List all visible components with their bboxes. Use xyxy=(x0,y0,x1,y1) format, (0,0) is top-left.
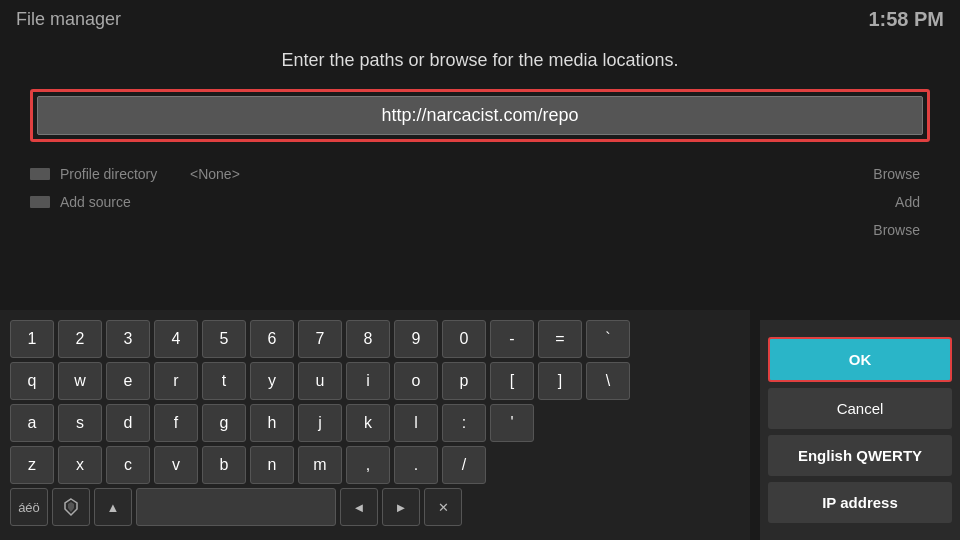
key-o[interactable]: o xyxy=(394,362,438,400)
key-colon[interactable]: : xyxy=(442,404,486,442)
key-period[interactable]: . xyxy=(394,446,438,484)
key-shift-icon[interactable] xyxy=(52,488,90,526)
key-backtick[interactable]: ` xyxy=(586,320,630,358)
key-a[interactable]: a xyxy=(10,404,54,442)
add-source-row: Add source Add xyxy=(30,188,930,216)
ok-button[interactable]: OK xyxy=(768,337,952,382)
keyboard-row-zxcv: z x c v b n m , . / xyxy=(10,446,740,484)
key-n[interactable]: n xyxy=(250,446,294,484)
right-panel: OK Cancel English QWERTY IP address xyxy=(760,320,960,540)
key-y[interactable]: y xyxy=(250,362,294,400)
key-up-arrow[interactable]: ▲ xyxy=(94,488,132,526)
dialog-instruction: Enter the paths or browse for the media … xyxy=(30,50,930,71)
key-t[interactable]: t xyxy=(202,362,246,400)
profile-dir-label: Profile directory xyxy=(60,166,190,182)
profile-dir-icon xyxy=(30,168,50,180)
ip-address-button[interactable]: IP address xyxy=(768,482,952,523)
key-b[interactable]: b xyxy=(202,446,246,484)
key-4[interactable]: 4 xyxy=(154,320,198,358)
key-g[interactable]: g xyxy=(202,404,246,442)
key-slash[interactable]: / xyxy=(442,446,486,484)
key-backslash[interactable]: \ xyxy=(586,362,630,400)
key-f[interactable]: f xyxy=(154,404,198,442)
key-q[interactable]: q xyxy=(10,362,54,400)
add-source-action[interactable]: Add xyxy=(895,194,930,210)
keyboard: 1 2 3 4 5 6 7 8 9 0 - = ` q w e r t y u … xyxy=(0,310,750,540)
clock: 1:58 PM xyxy=(868,8,944,31)
key-v[interactable]: v xyxy=(154,446,198,484)
keyboard-row-qwerty: q w e r t y u i o p [ ] \ xyxy=(10,362,740,400)
dialog-area: Enter the paths or browse for the media … xyxy=(0,30,960,264)
add-source-label: Add source xyxy=(60,194,190,210)
add-source-icon xyxy=(30,196,50,208)
url-input-wrapper xyxy=(30,89,930,142)
profile-dir-value: <None> xyxy=(190,166,873,182)
key-s[interactable]: s xyxy=(58,404,102,442)
layout-button[interactable]: English QWERTY xyxy=(768,435,952,476)
key-h[interactable]: h xyxy=(250,404,294,442)
profile-dir-browse[interactable]: Browse xyxy=(873,166,930,182)
svg-marker-1 xyxy=(68,502,74,512)
key-z[interactable]: z xyxy=(10,446,54,484)
key-1[interactable]: 1 xyxy=(10,320,54,358)
key-backspace[interactable]: ✕ xyxy=(424,488,462,526)
key-minus[interactable]: - xyxy=(490,320,534,358)
url-input[interactable] xyxy=(37,96,923,135)
key-7[interactable]: 7 xyxy=(298,320,342,358)
browse-row: Browse xyxy=(30,216,930,244)
key-x[interactable]: x xyxy=(58,446,102,484)
key-right-arrow[interactable]: ► xyxy=(382,488,420,526)
browse-action[interactable]: Browse xyxy=(873,222,930,238)
key-lbracket[interactable]: [ xyxy=(490,362,534,400)
key-6[interactable]: 6 xyxy=(250,320,294,358)
key-j[interactable]: j xyxy=(298,404,342,442)
key-l[interactable]: l xyxy=(394,404,438,442)
app-title: File manager xyxy=(16,9,121,30)
key-e[interactable]: e xyxy=(106,362,150,400)
lock-icon xyxy=(61,497,81,517)
key-3[interactable]: 3 xyxy=(106,320,150,358)
key-9[interactable]: 9 xyxy=(394,320,438,358)
key-w[interactable]: w xyxy=(58,362,102,400)
key-8[interactable]: 8 xyxy=(346,320,390,358)
keyboard-row-asdf: a s d f g h j k l : ' xyxy=(10,404,740,442)
key-p[interactable]: p xyxy=(442,362,486,400)
key-0[interactable]: 0 xyxy=(442,320,486,358)
key-rbracket[interactable]: ] xyxy=(538,362,582,400)
key-r[interactable]: r xyxy=(154,362,198,400)
key-comma[interactable]: , xyxy=(346,446,390,484)
key-d[interactable]: d xyxy=(106,404,150,442)
key-5[interactable]: 5 xyxy=(202,320,246,358)
key-space[interactable] xyxy=(136,488,336,526)
profile-directory-row: Profile directory <None> Browse xyxy=(30,160,930,188)
key-c[interactable]: c xyxy=(106,446,150,484)
cancel-button[interactable]: Cancel xyxy=(768,388,952,429)
key-i[interactable]: i xyxy=(346,362,390,400)
key-u[interactable]: u xyxy=(298,362,342,400)
key-accent[interactable]: áéö xyxy=(10,488,48,526)
keyboard-row-numbers: 1 2 3 4 5 6 7 8 9 0 - = ` xyxy=(10,320,740,358)
key-equals[interactable]: = xyxy=(538,320,582,358)
key-k[interactable]: k xyxy=(346,404,390,442)
key-2[interactable]: 2 xyxy=(58,320,102,358)
key-m[interactable]: m xyxy=(298,446,342,484)
key-apostrophe[interactable]: ' xyxy=(490,404,534,442)
keyboard-row-bottom: áéö ▲ ◄ ► ✕ xyxy=(10,488,740,526)
key-left-arrow[interactable]: ◄ xyxy=(340,488,378,526)
